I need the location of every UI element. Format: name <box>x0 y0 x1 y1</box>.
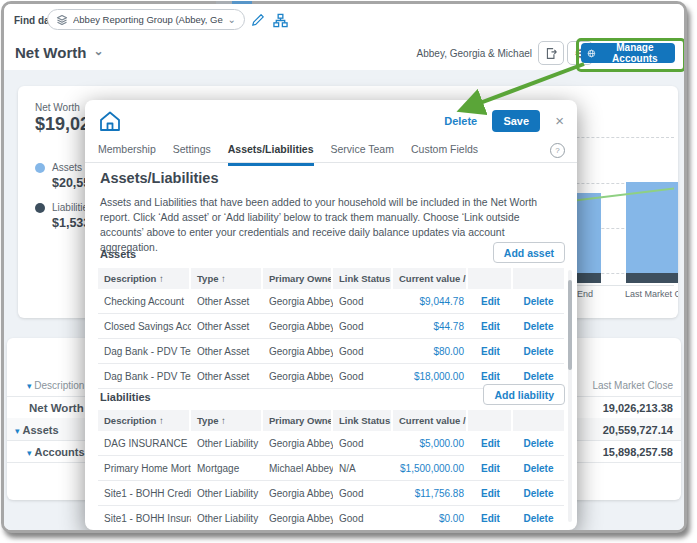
close-icon[interactable]: × <box>555 114 564 128</box>
asset-row: Closed Savings Acct Other Asset Georgia … <box>98 314 564 339</box>
manage-accounts-button[interactable]: Manage Accounts <box>581 43 675 63</box>
export-icon <box>545 47 558 60</box>
tab-settings[interactable]: Settings <box>173 138 211 163</box>
value-link[interactable]: $5,000.00 <box>393 438 468 449</box>
column-actions <box>513 410 564 431</box>
page-header: Net Worth ⌄ Abbey, Georgia & Michael ⚙ <box>4 36 684 71</box>
assets-table-header: Description ↑ Type ↑ Primary Owner Link … <box>98 268 564 289</box>
delete-household-link[interactable]: Delete <box>444 115 477 127</box>
description-column-header: ▾ Description <box>27 380 84 391</box>
value-link[interactable]: $11,756.88 <box>393 488 468 499</box>
tab-assets-liabilities[interactable]: Assets/Liabilities <box>228 138 314 166</box>
last-market-close-header: Last Market Close <box>592 380 673 391</box>
net-worth-summary-label: Net Worth <box>35 102 80 113</box>
delete-row-link[interactable]: Delete <box>513 346 564 357</box>
page-title-dropdown[interactable]: Net Worth ⌄ <box>15 44 103 61</box>
accounts-row-value: 15,898,257.58 <box>603 446 673 458</box>
edit-group-button[interactable] <box>251 11 269 29</box>
find-data-toolbar: Find data for Abbey Reporting Group (Abb… <box>4 4 684 36</box>
help-icon[interactable]: ? <box>550 143 565 158</box>
edit-link[interactable]: Edit <box>468 321 513 332</box>
asset-row: Dag Bank - PDV Test D... Other Asset Geo… <box>98 339 564 364</box>
liability-row: Site1 - BOHH Insuranc... Other Liability… <box>98 506 564 530</box>
value-link[interactable]: $9,044.78 <box>393 296 468 307</box>
scrollbar-thumb[interactable] <box>568 280 572 370</box>
pencil-icon <box>251 13 265 27</box>
chevron-down-icon: ⌄ <box>228 16 236 24</box>
household-settings-modal: Delete Save × Membership Settings Assets… <box>85 100 577 530</box>
tab-service-team[interactable]: Service Team <box>331 138 394 163</box>
edit-link[interactable]: Edit <box>468 438 513 449</box>
column-description[interactable]: Description ↑ <box>98 410 191 431</box>
net-worth-row-label: Net Worth <box>29 402 84 414</box>
liabilities-dot-icon <box>35 203 45 213</box>
edit-link[interactable]: Edit <box>468 296 513 307</box>
liability-row: Primary Home Mortgage Mortgage Michael A… <box>98 456 564 481</box>
delete-row-link[interactable]: Delete <box>513 321 564 332</box>
value-link[interactable]: $80.00 <box>393 346 468 357</box>
column-actions <box>468 268 513 289</box>
column-current-value: Current value / Bal... <box>393 268 468 289</box>
modal-scrollbar[interactable] <box>568 270 572 522</box>
delete-row-link[interactable]: Delete <box>513 463 564 474</box>
column-primary-owner: Primary Owner <box>263 268 333 289</box>
column-primary-owner: Primary Owner <box>263 410 333 431</box>
edit-link[interactable]: Edit <box>468 346 513 357</box>
layers-icon <box>56 14 68 26</box>
edit-link[interactable]: Edit <box>468 513 513 524</box>
asset-row: Checking Account Other Asset Georgia Abb… <box>98 289 564 314</box>
page-title: Net Worth <box>15 44 86 61</box>
value-link[interactable]: $0.00 <box>393 513 468 524</box>
assets-legend: Assets <box>35 162 82 173</box>
value-link[interactable]: $1,500,000.00 <box>393 463 468 474</box>
column-type[interactable]: Type ↑ <box>191 268 263 289</box>
delete-row-link[interactable]: Delete <box>513 371 564 382</box>
export-button[interactable] <box>538 41 564 65</box>
delete-row-link[interactable]: Delete <box>513 438 564 449</box>
assets-row-label: ▾ Assets <box>15 424 59 436</box>
column-actions <box>468 410 513 431</box>
column-description[interactable]: Description ↑ <box>98 268 191 289</box>
net-worth-row-value: 19,026,213.38 <box>603 402 673 414</box>
screenshot-frame: Find data for Abbey Reporting Group (Abb… <box>0 0 697 543</box>
delete-row-link[interactable]: Delete <box>513 513 564 524</box>
delete-row-link[interactable]: Delete <box>513 488 564 499</box>
household-context-label: Abbey, Georgia & Michael <box>404 48 532 59</box>
assets-legend-label: Assets <box>52 162 82 173</box>
value-link[interactable]: $44.78 <box>393 321 468 332</box>
tab-membership[interactable]: Membership <box>98 138 156 163</box>
globe-icon <box>587 48 596 59</box>
reporting-group-dropdown[interactable]: Abbey Reporting Group (Abbey, Georgia & … <box>47 9 245 30</box>
delete-row-link[interactable]: Delete <box>513 296 564 307</box>
clipped-element-gray <box>216 1 232 4</box>
assets-table: Description ↑ Type ↑ Primary Owner Link … <box>98 268 564 389</box>
collapse-triangle-icon[interactable]: ▾ <box>27 381 32 391</box>
app-window: Find data for Abbey Reporting Group (Abb… <box>1 1 687 533</box>
group-hierarchy-button[interactable] <box>273 11 291 29</box>
collapse-triangle-icon[interactable]: ▾ <box>15 426 20 436</box>
column-link-status: Link Status <box>333 268 393 289</box>
assets-dot-icon <box>35 163 45 173</box>
accounts-row-label: ▾ Accounts <box>27 446 85 458</box>
assets-row-value: 20,559,727.14 <box>603 424 673 436</box>
column-link-status: Link Status <box>333 410 393 431</box>
modal-tabs: Membership Settings Assets/Liabilities S… <box>85 138 577 163</box>
liability-row: Site1 - BOHH Credit Ac... Other Liabilit… <box>98 481 564 506</box>
x-axis-label-2: Last Market Close <box>625 289 678 299</box>
add-liability-button[interactable]: Add liability <box>483 384 565 405</box>
value-link[interactable]: $18,000.00 <box>393 371 468 382</box>
liabilities-table-header: Description ↑ Type ↑ Primary Owner Link … <box>98 410 564 431</box>
save-button[interactable]: Save <box>492 110 540 132</box>
clipped-element-blue <box>232 1 252 4</box>
add-asset-button[interactable]: Add asset <box>493 242 565 263</box>
hierarchy-icon <box>273 13 288 28</box>
annotation-highlight-box: Manage Accounts <box>576 38 686 72</box>
liability-row: DAG INSURANCE Other Liability Georgia Ab… <box>98 431 564 456</box>
edit-link[interactable]: Edit <box>468 463 513 474</box>
column-type[interactable]: Type ↑ <box>191 410 263 431</box>
edit-link[interactable]: Edit <box>468 371 513 382</box>
edit-link[interactable]: Edit <box>468 488 513 499</box>
tab-custom-fields[interactable]: Custom Fields <box>411 138 478 163</box>
liabilities-section-label: Liabilities <box>100 391 151 403</box>
collapse-triangle-icon[interactable]: ▾ <box>27 448 32 458</box>
